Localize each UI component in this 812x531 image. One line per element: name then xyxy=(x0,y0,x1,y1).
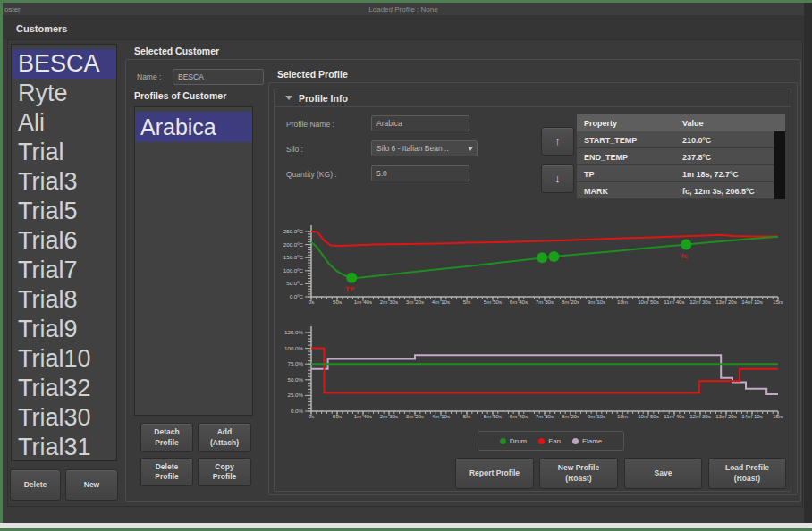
svg-text:50.0ºC: 50.0ºC xyxy=(286,280,303,286)
svg-text:4m 10s: 4m 10s xyxy=(432,299,450,305)
legend-label: Drum xyxy=(510,437,528,445)
profile-list-item[interactable]: Arabica xyxy=(135,112,252,142)
event-marker xyxy=(346,273,357,283)
table-cell-property: TP xyxy=(584,170,595,179)
svg-text:3m 20s: 3m 20s xyxy=(406,413,424,419)
svg-text:0.0%: 0.0% xyxy=(291,408,304,414)
move-down-button[interactable]: ↓ xyxy=(541,164,574,193)
svg-text:0s: 0s xyxy=(309,413,315,419)
customer-list-item[interactable]: Ryte xyxy=(12,79,116,108)
table-cell-property: END_TEMP xyxy=(584,153,628,162)
svg-text:2m 30s: 2m 30s xyxy=(380,413,398,419)
customer-list-item[interactable]: Trial xyxy=(12,138,116,167)
customer-list-item[interactable]: Ali xyxy=(12,108,116,138)
svg-text:5m 50s: 5m 50s xyxy=(484,299,502,305)
customer-list[interactable]: BESCARyteAliTrialTrial3Trial5Trial6Trial… xyxy=(11,44,117,461)
svg-text:7m 30s: 7m 30s xyxy=(536,299,554,305)
table-row[interactable]: START_TEMP210.0ºC xyxy=(577,131,774,148)
profiles-list[interactable]: Arabica xyxy=(134,106,253,416)
detach-profile-button[interactable]: Detach Profile xyxy=(140,423,193,452)
svg-text:14m 10s: 14m 10s xyxy=(741,413,763,419)
svg-text:TP: TP xyxy=(345,285,355,293)
svg-text:75.0%: 75.0% xyxy=(287,360,303,367)
new-customer-button[interactable]: New xyxy=(65,469,118,501)
svg-text:11m 40s: 11m 40s xyxy=(664,299,684,305)
delete-customer-button[interactable]: Delete xyxy=(10,469,61,501)
customer-list-item[interactable]: Trial6 xyxy=(12,226,116,256)
svg-text:150.0ºC: 150.0ºC xyxy=(283,254,304,260)
customer-list-item[interactable]: Trial3 xyxy=(12,167,116,197)
svg-text:8m 20s: 8m 20s xyxy=(562,413,579,419)
customer-list-item[interactable]: Trial30 xyxy=(12,403,116,433)
svg-text:100.0ºC: 100.0ºC xyxy=(283,267,304,274)
report-profile-button[interactable]: Report Profile xyxy=(455,458,534,489)
table-cell-value: fc, 12m 3s, 206.5ºC xyxy=(682,187,755,196)
svg-text:6m 40s: 6m 40s xyxy=(510,299,528,305)
customer-list-item[interactable]: Trial32 xyxy=(12,374,116,403)
customer-name-input[interactable]: BESCA xyxy=(173,69,264,85)
customer-list-item[interactable]: Trial8 xyxy=(12,285,116,315)
svg-text:9m 10s: 9m 10s xyxy=(588,299,605,305)
svg-text:10m: 10m xyxy=(617,299,628,305)
properties-table: Property Value START_TEMP210.0ºCEND_TEMP… xyxy=(577,114,785,199)
event-marker xyxy=(537,252,547,263)
move-up-button[interactable]: ↑ xyxy=(541,127,574,156)
svg-text:50.0%: 50.0% xyxy=(287,376,303,383)
svg-text:11m 40s: 11m 40s xyxy=(664,413,684,419)
copy-profile-button[interactable]: Copy Profile xyxy=(198,458,251,486)
flame-legend-dot-icon xyxy=(572,438,579,444)
customer-list-item[interactable]: Trial9 xyxy=(12,315,116,344)
delete-profile-button[interactable]: Delete Profile xyxy=(140,458,193,486)
table-row[interactable]: MARKfc, 12m 3s, 206.5ºC xyxy=(577,182,774,199)
table-scrollbar[interactable] xyxy=(774,131,785,199)
svg-text:10m 50s: 10m 50s xyxy=(638,413,659,419)
drum-legend-dot-icon xyxy=(500,438,506,444)
selected-profile-title: Selected Profile xyxy=(277,69,348,80)
quantity-input[interactable]: 5.0 xyxy=(371,165,469,181)
svg-text:50s: 50s xyxy=(333,299,342,305)
svg-text:12m 30s: 12m 30s xyxy=(689,299,711,305)
column-header-property: Property xyxy=(584,119,617,128)
add-attach-profile-button[interactable]: Add (Attach) xyxy=(198,423,251,452)
svg-text:15m: 15m xyxy=(773,413,783,419)
svg-text:25.0%: 25.0% xyxy=(287,392,303,398)
env-temp-line xyxy=(311,232,778,246)
svg-text:100.0%: 100.0% xyxy=(284,345,303,351)
table-cell-property: START_TEMP xyxy=(584,136,637,145)
profile-name-label: Profile Name : xyxy=(286,120,334,129)
svg-text:250.0ºC: 250.0ºC xyxy=(283,228,304,234)
profile-name-input[interactable]: Arabica xyxy=(371,115,469,131)
svg-text:15m: 15m xyxy=(773,299,783,305)
load-profile-roast-button[interactable]: Load Profile (Roast) xyxy=(708,458,786,489)
customer-list-item[interactable]: Trial7 xyxy=(12,256,116,285)
properties-table-header: Property Value xyxy=(577,114,785,131)
svg-text:125.0%: 125.0% xyxy=(284,329,303,335)
screen-right-shade xyxy=(804,3,812,523)
silo-select[interactable]: Silo 6 - Italian Bean .. xyxy=(371,140,478,156)
svg-text:0.0ºC: 0.0ºC xyxy=(290,293,304,299)
svg-text:13m 20s: 13m 20s xyxy=(715,413,737,419)
save-button[interactable]: Save xyxy=(624,458,702,489)
customer-list-item[interactable]: Trial5 xyxy=(12,197,116,226)
table-row[interactable]: TP1m 18s, 72.7ºC xyxy=(577,165,774,182)
legend-item: Drum xyxy=(500,437,528,445)
header-band xyxy=(3,15,804,39)
fan-legend-dot-icon xyxy=(538,438,545,444)
new-profile-roast-button[interactable]: New Profile (Roast) xyxy=(539,458,618,489)
customer-list-item[interactable]: Trial31 xyxy=(12,433,116,461)
svg-text:1m 40s: 1m 40s xyxy=(354,299,372,305)
svg-text:5m: 5m xyxy=(463,299,471,305)
legend-label: Flame xyxy=(582,437,602,445)
customer-list-item[interactable]: Trial10 xyxy=(12,344,116,374)
svg-text:3m 20s: 3m 20s xyxy=(406,299,424,305)
svg-text:5m: 5m xyxy=(463,413,471,419)
table-row[interactable]: END_TEMP237.8ºC xyxy=(577,148,774,165)
temperature-chart: 0s50s1m 40s2m 30s3m 20s4m 10s5m5m 50s6m … xyxy=(291,220,790,313)
svg-text:9m 10s: 9m 10s xyxy=(588,413,605,419)
chart-legend: DrumFanFlame xyxy=(478,431,624,451)
svg-text:7m 30s: 7m 30s xyxy=(536,413,554,419)
customer-list-item[interactable]: BESCA xyxy=(12,49,116,79)
svg-text:14m 10s: 14m 10s xyxy=(741,299,763,305)
legend-label: Fan xyxy=(548,437,561,445)
profile-info-header[interactable]: Profile Info xyxy=(275,89,791,107)
